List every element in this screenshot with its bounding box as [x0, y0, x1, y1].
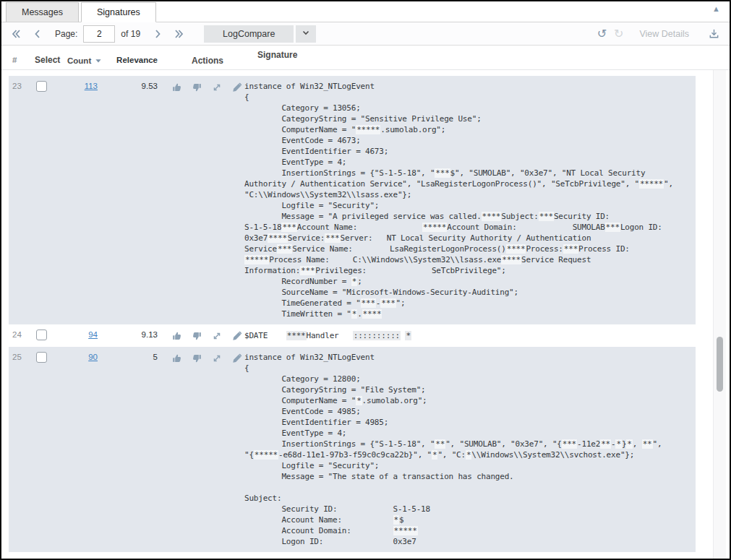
thumbs-up-icon[interactable] — [171, 330, 183, 342]
wildcard-highlight: *** — [563, 244, 578, 254]
wildcard-highlight: *** — [435, 168, 450, 178]
thumbs-down-icon[interactable] — [191, 82, 203, 93]
wildcard-highlight: :::::::::: — [353, 331, 401, 340]
wildcard-highlight: * — [356, 396, 362, 405]
wildcard-highlight: **** — [501, 255, 521, 264]
wildcard-highlight: **** — [286, 331, 307, 340]
wildcard-highlight: ***** — [244, 255, 269, 264]
toolbar-right: ↺ ↻ View Details — [597, 27, 722, 41]
logcompare-button[interactable]: LogCompare — [204, 25, 294, 43]
logcompare-dropdown-button[interactable] — [296, 25, 316, 43]
tab-strip: Messages Signatures ▲ — [1, 1, 730, 22]
wildcard-highlight: *** — [300, 266, 315, 275]
wildcard-highlight: ***** — [639, 179, 664, 189]
signature-cell: instance of Win32_NTLogEvent { Category … — [244, 76, 696, 324]
select-checkbox[interactable] — [36, 329, 47, 340]
edit-icon[interactable] — [231, 330, 244, 342]
relevance-value: 5 — [98, 347, 158, 361]
signature-cell: $DATE ****Handler :::::::::: * — [244, 324, 696, 347]
row-count-cell: 113 — [62, 76, 98, 90]
select-checkbox[interactable] — [36, 81, 47, 92]
export-icon[interactable] — [706, 27, 721, 41]
wildcard-highlight: * — [615, 439, 621, 449]
expand-icon[interactable] — [211, 353, 223, 364]
wildcard-highlight: **** — [482, 212, 502, 221]
column-header-actions: Actions — [158, 50, 244, 66]
thumbs-down-icon[interactable] — [191, 330, 203, 342]
thumbs-up-icon[interactable] — [171, 353, 183, 364]
column-header-select: Select — [33, 50, 62, 66]
row-actions — [158, 76, 244, 93]
wildcard-highlight: ** — [642, 439, 653, 449]
wildcard-highlight: ** — [600, 439, 611, 449]
thumbs-down-icon[interactable] — [191, 353, 203, 364]
collapse-panel-icon[interactable]: ▲ — [712, 5, 720, 13]
count-link[interactable]: 90 — [88, 353, 98, 361]
wildcard-highlight: **** — [362, 309, 382, 319]
select-checkbox[interactable] — [36, 352, 47, 363]
table-row: 231139.53instance of Win32_NTLogEvent { … — [9, 76, 696, 324]
dropdown-chevron-icon — [301, 27, 311, 40]
row-number: 24 — [9, 324, 33, 339]
signature-text: instance of Win32_NTLogEvent { Category … — [244, 81, 696, 319]
signature-text: $DATE ****Handler :::::::::: * — [244, 330, 696, 341]
column-header-signature: Signature — [257, 50, 696, 66]
expand-icon[interactable] — [211, 330, 223, 342]
wildcard-highlight: ** — [435, 439, 445, 449]
signatures-panel: Messages Signatures ▲ Page: of 19 LogCom… — [0, 0, 731, 560]
wildcard-highlight: *** — [562, 439, 577, 449]
wildcard-highlight: *** — [277, 244, 292, 254]
wildcard-highlight: ***** — [422, 223, 447, 232]
wildcard-highlight: *** — [539, 212, 554, 221]
column-header-num: # — [9, 50, 33, 66]
row-number: 23 — [9, 76, 33, 90]
page-input[interactable] — [83, 25, 115, 43]
expand-icon[interactable] — [211, 82, 223, 93]
edit-icon[interactable] — [231, 353, 244, 364]
relevance-value: 9.13 — [98, 324, 158, 339]
wildcard-highlight: * — [432, 450, 437, 460]
first-page-icon[interactable] — [9, 27, 23, 41]
tab-signatures[interactable]: Signatures — [81, 2, 156, 22]
wildcard-highlight: ***** — [393, 526, 418, 535]
column-header-relevance: Relevance — [98, 50, 158, 66]
table-body: 231139.53instance of Win32_NTLogEvent { … — [1, 70, 730, 559]
wildcard-highlight: ***** — [254, 450, 278, 460]
scrollbar-thumb[interactable] — [717, 337, 723, 392]
view-details-button[interactable]: View Details — [635, 28, 693, 40]
row-count-cell: 94 — [62, 324, 98, 339]
undo-icon[interactable]: ↺ — [597, 28, 607, 40]
wildcard-highlight: **** — [506, 244, 526, 254]
table-row: 25905instance of Win32_NTLogEvent { Cate… — [9, 347, 696, 552]
wildcard-highlight: * — [405, 331, 411, 340]
vertical-scrollbar — [713, 70, 726, 559]
redo-icon[interactable]: ↻ — [614, 28, 623, 40]
wildcard-highlight: ***** — [356, 125, 380, 134]
wildcard-highlight: *** — [281, 223, 296, 232]
row-number: 25 — [9, 347, 33, 361]
wildcard-highlight: * — [466, 450, 471, 460]
wildcard-highlight: * — [626, 439, 632, 449]
count-link[interactable]: 94 — [88, 330, 98, 339]
next-page-icon[interactable] — [150, 27, 165, 41]
tab-messages[interactable]: Messages — [6, 2, 79, 22]
last-page-icon[interactable] — [172, 27, 187, 41]
signature-text: instance of Win32_NTLogEvent { Category … — [244, 352, 696, 547]
wildcard-highlight: *** — [325, 233, 340, 243]
row-count-cell: 90 — [62, 347, 98, 361]
thumbs-up-icon[interactable] — [171, 82, 183, 93]
row-actions — [158, 324, 244, 342]
wildcard-highlight: *** — [380, 298, 396, 308]
table-header: # Select Count Relevance Actions Signatu… — [1, 46, 730, 70]
edit-icon[interactable] — [231, 82, 244, 93]
wildcard-highlight: * — [351, 309, 357, 319]
signature-cell: instance of Win32_NTLogEvent { Category … — [244, 347, 696, 552]
row-select-cell — [33, 76, 62, 92]
row-select-cell — [33, 347, 62, 363]
table-row: 24949.13$DATE ****Handler :::::::::: * — [9, 324, 696, 347]
column-header-count[interactable]: Count — [62, 50, 98, 66]
prev-page-icon[interactable] — [30, 27, 45, 41]
rows: 231139.53instance of Win32_NTLogEvent { … — [9, 76, 696, 552]
row-actions — [158, 347, 244, 364]
count-link[interactable]: 113 — [85, 82, 98, 90]
